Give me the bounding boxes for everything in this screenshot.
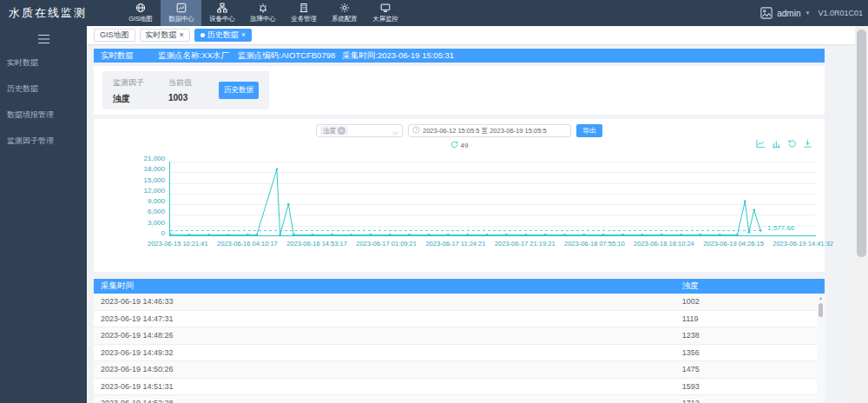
current-value-column: 当前值 1003 [168,77,192,102]
restore-icon[interactable] [787,136,797,152]
y-tick: 12,000 [144,187,165,195]
topbar: 水质在线监测 GIS地图 数据中心 设备中心 故障中心 业务管理 系统配置 大屏… [0,0,868,26]
sidebar-item-factor-manage[interactable]: 监测因子管理 [0,128,87,154]
y-tick: 0 [161,229,165,237]
table-scrollbar[interactable]: ▲ [817,294,825,403]
cell-value: 1475 [682,365,825,373]
table-row[interactable]: 2023-06-19 14:52:281712 [94,395,825,403]
tab-history-data[interactable]: 历史数据× [194,29,252,42]
table-row[interactable]: 2023-06-19 14:49:321356 [94,345,825,362]
station-code: 监测点编码:AIOTCFB0798 [238,50,335,62]
sidebar: 实时数据 历史数据 数据填报管理 监测因子管理 [0,26,87,403]
nav-label: 系统配置 [332,14,357,23]
tab-bar: GIS地图 实时数据× 历史数据× [87,26,855,45]
cell-time: 2023-06-19 14:50:26 [94,365,682,373]
cell-value: 1238 [682,331,825,340]
x-tick: 2023-06-19 04:26:15 [703,240,764,248]
nav-item-device-center[interactable]: 设备中心 [201,0,242,26]
sidebar-item-history-data[interactable]: 历史数据 [0,76,87,102]
page-scrollbar-thumb[interactable] [857,30,866,257]
station-name: 监测点名称:XX水厂 [158,50,229,62]
cell-time: 2023-06-19 14:46:33 [94,297,682,306]
y-tick: 3,000 [148,219,165,227]
refresh-countdown: 49 [94,141,825,150]
date-range-input[interactable]: 2023-06-12 15:05:5 至 2023-06-19 15:05:5 [408,124,571,137]
app-title: 水质在线监测 [9,5,111,21]
clock-icon [412,126,420,135]
close-icon[interactable]: × [241,31,246,39]
avatar[interactable] [760,7,773,19]
main-nav: GIS地图 数据中心 设备中心 故障中心 业务管理 系统配置 大屏监控 [120,0,405,26]
nav-item-fault-center[interactable]: 故障中心 [242,0,283,26]
hamburger-icon[interactable] [37,32,50,43]
line-chart-icon[interactable] [756,136,766,152]
x-tick: 2023-06-15 10:21:41 [148,240,208,248]
col-header-time: 采集时间 [94,281,682,292]
nav-item-gis-map[interactable]: GIS地图 [120,0,161,26]
factor-panel: 监测因子 浊度 当前值 1003 历史数据 [94,66,825,115]
sidebar-item-realtime-data[interactable]: 实时数据 [0,50,87,76]
factor-label: 监测因子 [113,77,144,89]
y-tick: 21,000 [144,155,165,162]
y-tick: 6,000 [148,208,165,215]
factor-select[interactable]: 浊度× [316,124,403,137]
station-info-bar: 实时数据 监测点名称:XX水厂 监测点编码:AIOTCFB0798 采集时间:2… [94,49,825,63]
download-icon[interactable] [803,136,812,152]
tab-gis-map[interactable]: GIS地图 [94,29,135,42]
table-row[interactable]: 2023-06-19 14:50:261475 [94,361,825,379]
scrollbar-thumb[interactable] [819,303,823,317]
x-tick: 2023-06-17 21:19:21 [495,240,556,248]
scroll-up-icon[interactable]: ▲ [817,295,825,301]
tab-label: GIS地图 [100,30,129,41]
history-table-panel: 采集时间 浊度 2023-06-19 14:46:331002 2023-06-… [94,279,825,403]
user-name[interactable]: admin [777,9,800,18]
export-button[interactable]: 导出 [576,124,602,137]
table-row[interactable]: 2023-06-19 14:47:311119 [94,311,825,328]
history-data-button[interactable]: 历史数据 [219,82,259,99]
version-label: V1.0R01C01 [818,9,863,17]
tab-realtime-data[interactable]: 实时数据× [140,29,190,42]
y-axis-labels: 21,000 18,000 15,000 12,000 9,000 6,000 … [101,158,165,240]
nav-item-business[interactable]: 业务管理 [283,0,324,26]
cell-time: 2023-06-19 14:52:28 [94,399,682,403]
nav-item-system-config[interactable]: 系统配置 [324,0,365,26]
factor-value: 浊度 [113,93,144,105]
globe-icon [135,3,146,13]
cell-time: 2023-06-19 14:47:31 [94,314,682,323]
table-row[interactable]: 2023-06-19 14:46:331002 [94,294,825,311]
page-scrollbar[interactable] [855,26,868,403]
panel-title: 实时数据 [101,50,134,62]
current-value: 1003 [168,93,192,102]
x-tick: 2023-06-17 01:09:21 [356,240,417,248]
chart-series-svg [170,162,817,236]
bar-chart-icon[interactable] [772,136,781,152]
content: 实时数据 监测点名称:XX水厂 监测点编码:AIOTCFB0798 采集时间:2… [87,45,855,403]
x-tick: 2023-06-16 04:10:17 [217,240,278,248]
close-icon[interactable]: × [180,31,184,39]
current-value-label: 当前值 [168,77,192,89]
refresh-seconds: 49 [461,142,469,149]
refresh-icon[interactable] [450,141,458,150]
line-chart-plot[interactable]: 1,577.66 [169,162,816,236]
nav-item-screen-monitor[interactable]: 大屏监控 [365,0,405,26]
table-row[interactable]: 2023-06-19 14:48:261238 [94,327,825,345]
cell-value: 1356 [682,348,825,357]
sidebar-item-data-report[interactable]: 数据填报管理 [0,102,87,128]
cell-time: 2023-06-19 14:48:26 [94,331,682,340]
topbar-right: admin ▼ V1.0R01C01 [760,0,863,26]
table-row[interactable]: 2023-06-19 14:51:311593 [94,379,825,396]
nav-item-data-center[interactable]: 数据中心 [161,0,201,26]
x-tick: 2023-06-18 07:55:10 [564,240,625,248]
chevron-down-icon[interactable]: ▼ [806,10,811,16]
nav-label: 设备中心 [209,14,234,23]
x-tick: 2023-06-18 18:10:24 [634,240,694,248]
tag-close-icon[interactable]: × [338,127,345,135]
monitor-icon [380,3,391,13]
y-tick: 15,000 [144,176,165,184]
chevron-down-icon [392,123,398,139]
y-tick: 9,000 [148,197,165,205]
selected-factor-tag: 浊度× [320,126,348,135]
x-axis-labels: 2023-06-15 10:21:41 2023-06-16 04:10:17 … [148,240,833,248]
cell-value: 1002 [682,297,825,306]
x-tick: 2023-06-16 14:53:17 [286,240,347,248]
